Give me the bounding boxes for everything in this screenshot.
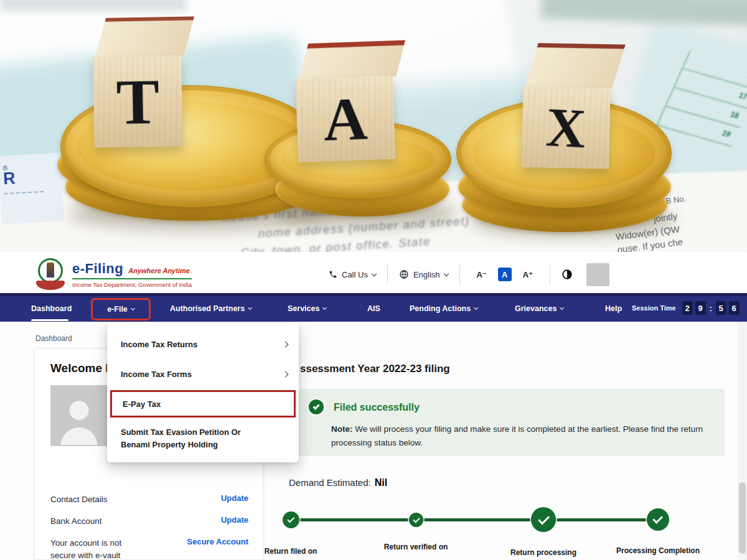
active-tab-indicator	[31, 319, 68, 321]
contact-details-row: Contact Details Update	[50, 493, 248, 506]
bank-account-label: Bank Account	[50, 515, 102, 528]
progress-line	[291, 518, 659, 521]
menu-income-tax-forms[interactable]: Income Tax Forms	[107, 359, 299, 389]
chevron-down-icon	[560, 306, 564, 310]
efile-highlight-box: e-File	[91, 298, 151, 320]
nav-pending-actions[interactable]: Pending Actions	[410, 304, 477, 313]
language-menu[interactable]: English	[399, 269, 448, 279]
wood-block-top	[95, 16, 194, 58]
font-increase-button[interactable]: A⁺	[523, 270, 533, 279]
profile-image-placeholder[interactable]	[586, 263, 609, 286]
note-text: We will process your filing and make sur…	[331, 424, 703, 447]
wood-block-top	[525, 43, 626, 89]
wood-block-front: T	[93, 55, 183, 147]
assessment-year-title: ssessment Year 2022-23 filing	[300, 363, 450, 375]
divider	[550, 265, 550, 284]
update-bank-link[interactable]: Update	[221, 515, 248, 528]
breadcrumb[interactable]: Dashboard	[35, 334, 72, 343]
chevron-down-icon	[372, 271, 377, 276]
session-digit: 6	[729, 301, 740, 315]
step-check-icon	[409, 513, 423, 527]
nav-efile[interactable]: e-File	[107, 305, 134, 314]
chevron-down-icon	[248, 306, 252, 310]
step-label: Processing Completion	[605, 546, 711, 555]
menu-submit-tax-evasion[interactable]: Submit Tax Evasion Petition Or Benami Pr…	[107, 419, 299, 454]
session-digit: 9	[695, 301, 706, 315]
header-actions: Call Us English A⁻ A A⁺	[329, 263, 609, 286]
form-left-label: ® R	[0, 152, 64, 224]
wood-block-front: A	[296, 75, 396, 162]
menu-income-tax-returns[interactable]: Income Tax Returns	[107, 329, 299, 359]
filed-status-text: Filed successfully	[334, 402, 420, 413]
letter-a: A	[322, 83, 369, 154]
nav-help[interactable]: Help	[605, 304, 622, 313]
main-navbar: Dashboard e-File Authorised Partners Ser…	[0, 293, 747, 322]
letter-x: X	[545, 95, 588, 160]
filing-note: Note: We will process your filing and ma…	[331, 422, 720, 449]
divider	[459, 265, 460, 284]
form-smudge	[541, 0, 747, 26]
nav-dashboard[interactable]: Dashboard	[31, 304, 72, 313]
call-us-menu[interactable]: Call Us	[329, 270, 376, 279]
success-check-icon	[309, 399, 324, 414]
globe-icon	[399, 269, 409, 279]
call-us-label: Call Us	[342, 270, 368, 279]
step-label: Return verified on	[363, 543, 469, 551]
person-silhouette-icon	[53, 391, 105, 446]
efile-dropdown-menu: Income Tax Returns Income Tax Forms E-Pa…	[107, 323, 299, 462]
language-label: English	[413, 270, 440, 279]
nav-ais[interactable]: AIS	[367, 304, 380, 313]
wood-block-front: X	[522, 86, 610, 169]
session-time-label: Session Time	[632, 304, 676, 312]
evault-label: Your account is not secure with e-vault	[50, 537, 144, 560]
brand-subtitle: Income Tax Department, Government of Ind…	[72, 281, 192, 288]
nav-services[interactable]: Services	[288, 304, 326, 313]
evault-row: Your account is not secure with e-vault …	[50, 537, 248, 560]
contrast-toggle-icon[interactable]	[561, 269, 573, 280]
wood-block-t: T	[92, 17, 183, 147]
font-normal-button[interactable]: A	[498, 268, 512, 281]
scrollbar[interactable]	[738, 322, 747, 560]
brand-title: e-Filing	[72, 261, 123, 277]
form-r-label: R	[3, 169, 62, 185]
bank-account-row: Bank Account Update	[50, 515, 248, 528]
demand-estimated: Demand Estimated:Nil	[289, 477, 387, 488]
income-tax-emblem-icon	[36, 258, 65, 291]
avatar	[50, 385, 108, 446]
note-label: Note:	[331, 424, 353, 434]
page-content: Dashboard Welcome E Contact Details Upda…	[0, 322, 747, 560]
chevron-down-icon	[322, 306, 327, 310]
session-digit: 5	[716, 301, 726, 315]
form-dashed-line	[4, 191, 44, 194]
welcome-heading: Welcome E	[50, 362, 113, 375]
wood-block-a: A	[294, 40, 396, 162]
contact-details-label: Contact Details	[50, 493, 108, 506]
chevron-right-icon	[283, 341, 289, 347]
step-label: Return processing	[491, 548, 596, 557]
site-header: e-Filing Anywhere Anytime Income Tax Dep…	[0, 252, 747, 296]
screen: 16 17 18 19 house's first name and nome …	[0, 0, 747, 560]
step-label: Return filed on	[238, 547, 344, 556]
efiling-logo[interactable]: e-Filing Anywhere Anytime Income Tax Dep…	[36, 258, 192, 291]
brand-tagline: Anywhere Anytime	[128, 267, 190, 274]
menu-epay-tax-highlighted[interactable]: E-Pay Tax	[110, 390, 296, 418]
scrollbar-thumb[interactable]	[739, 482, 746, 554]
tax-hero-photo: 16 17 18 19 house's first name and nome …	[0, 0, 747, 252]
letter-t: T	[116, 64, 160, 139]
demand-value: Nil	[375, 477, 387, 488]
nav-grievances[interactable]: Grievances	[515, 304, 563, 313]
update-contact-link[interactable]: Update	[221, 493, 248, 506]
divider	[387, 265, 388, 284]
chevron-down-icon	[443, 271, 448, 276]
paper-smudge	[0, 0, 187, 11]
session-colon: :	[708, 301, 713, 315]
chevron-right-icon	[283, 371, 289, 377]
step-check-icon	[647, 508, 669, 531]
step-check-icon	[531, 507, 556, 532]
nav-authorised-partners[interactable]: Authorised Partners	[170, 304, 251, 313]
step-check-icon	[283, 511, 299, 528]
demand-label: Demand Estimated:	[289, 477, 371, 488]
filed-success-banner: Filed successfully Note: We will process…	[294, 389, 725, 456]
font-decrease-button[interactable]: A⁻	[477, 270, 487, 279]
session-digit: 2	[682, 301, 693, 315]
